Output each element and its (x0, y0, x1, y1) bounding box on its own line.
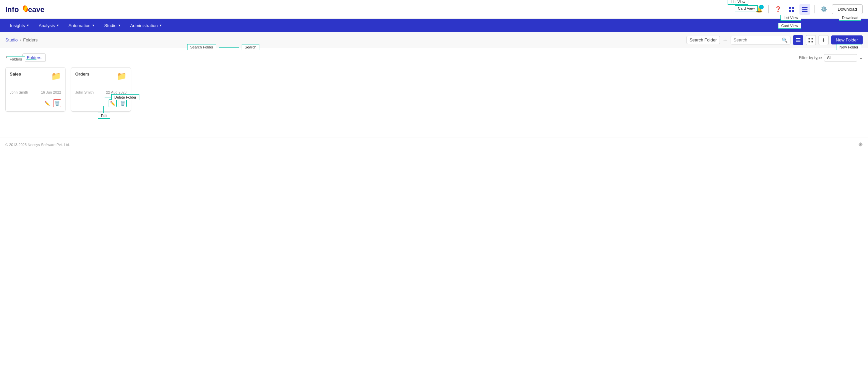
nav-administration-caret: ▼ (159, 24, 162, 27)
svg-rect-10 (802, 11, 807, 12)
svg-rect-5 (792, 7, 794, 9)
breadcrumb-sep: › (20, 37, 21, 42)
folder-card-top-orders: Orders 📁 (75, 71, 127, 81)
delete-folder-orders-button[interactable]: 🗑️ (119, 99, 127, 107)
nav-automation-caret: ▼ (92, 24, 95, 27)
svg-text:Info: Info (5, 5, 19, 14)
filter-right: Filter by type All Sales Orders ⌄ (799, 54, 863, 62)
filter-label: Filter by type (799, 56, 822, 60)
nav-studio[interactable]: Studio ▼ (100, 19, 126, 32)
logo-svg: Info eave (5, 3, 52, 16)
search-icon: 🔍 (782, 37, 787, 43)
folders-tab-bar: Folders Folders Filter by type All Sales… (5, 54, 863, 62)
grid-icon (788, 6, 795, 12)
list-view-annotation: List View (727, 0, 748, 5)
list-icon (796, 38, 801, 42)
nav-administration[interactable]: Administration ▼ (126, 19, 167, 32)
folder-date-orders: 22 Aug 2023 (106, 90, 127, 94)
folder-date-sales: 16 Jun 2022 (41, 90, 61, 94)
svg-text:eave: eave (28, 5, 44, 14)
download-button[interactable]: Download (832, 4, 863, 14)
help-button[interactable]: ❓ (773, 4, 783, 15)
header-divider-2 (814, 5, 814, 13)
nav-automation[interactable]: Automation ▼ (64, 19, 100, 32)
nav-insights-caret: ▼ (26, 24, 29, 27)
svg-rect-14 (808, 38, 810, 39)
card-grid-icon (808, 38, 813, 42)
notification-count: 5 (759, 5, 764, 9)
svg-rect-16 (808, 41, 810, 42)
folder-icon-sales: 📁 (51, 71, 61, 81)
folders-tab[interactable]: Folders (22, 54, 45, 62)
footer-icon: ✳ (858, 142, 863, 148)
nav-insights[interactable]: Insights ▼ (5, 19, 34, 32)
svg-rect-6 (789, 10, 791, 12)
download-toolbar-button[interactable]: ⬇ (818, 35, 829, 45)
svg-rect-17 (811, 41, 813, 42)
card-icon (802, 6, 808, 12)
folder-card-orders[interactable]: Orders 📁 John Smith 22 Aug 2023 ✏️ 🗑️ Ed… (71, 67, 131, 112)
header-divider (768, 5, 769, 13)
edit-annotation: Edit (98, 113, 110, 119)
search-input[interactable] (734, 37, 780, 42)
list-view-toggle[interactable] (793, 35, 803, 45)
page-content: Folders Folders Filter by type All Sales… (0, 48, 868, 117)
svg-rect-8 (802, 7, 807, 8)
folder-name-orders: Orders (75, 71, 90, 76)
folder-owner-sales: John Smith (10, 90, 28, 94)
folder-actions-orders: ✏️ 🗑️ (75, 97, 127, 107)
svg-rect-11 (796, 38, 801, 39)
breadcrumb: Studio › Folders (5, 37, 38, 42)
folder-icon-orders: 📁 (117, 71, 127, 81)
folder-meta-orders: John Smith 22 Aug 2023 (75, 90, 127, 94)
svg-rect-9 (802, 9, 807, 10)
folder-card-top-sales: Sales 📁 (10, 71, 61, 81)
filter-caret: ⌄ (859, 56, 863, 60)
delete-folder-sales-button[interactable]: 🗑️ (53, 99, 61, 107)
card-view-button[interactable] (800, 4, 810, 15)
folder-name-sales: Sales (10, 71, 21, 76)
breadcrumb-right: Search Folder → 🔍 ⬇ New Folder (686, 35, 863, 45)
breadcrumb-bar: Studio › Folders Search Folder → 🔍 (0, 32, 868, 48)
nav-analysis-caret: ▼ (56, 24, 59, 27)
nav-bar: Insights ▼ Analysis ▼ Automation ▼ Studi… (0, 19, 868, 32)
breadcrumb-folders: Folders (23, 37, 37, 42)
download-icon: ⬇ (822, 37, 826, 43)
nav-studio-caret: ▼ (118, 24, 121, 27)
filter-type-select[interactable]: All Sales Orders (824, 54, 857, 62)
edit-folder-orders-button[interactable]: ✏️ (108, 99, 117, 107)
grid-view-button[interactable] (786, 4, 797, 15)
footer-copyright: © 2013-2023 Noesys Software Pvt. Ltd. (5, 143, 70, 147)
search-input-wrap: 🔍 (731, 36, 790, 44)
svg-rect-15 (811, 38, 813, 39)
settings-button[interactable]: ⚙️ (818, 4, 829, 15)
card-view-annotation: Card View (735, 5, 758, 11)
search-folder-label: Search Folder (686, 36, 720, 44)
top-header: Info eave List View Card View 🔔 5 ❓ (0, 0, 868, 19)
svg-rect-13 (796, 41, 801, 42)
folder-meta-sales: John Smith 16 Jun 2022 (10, 90, 61, 94)
breadcrumb-studio[interactable]: Studio (5, 37, 18, 42)
logo: Info eave (5, 3, 52, 16)
folders-label: Folders (5, 55, 20, 60)
footer: © 2013-2023 Noesys Software Pvt. Ltd. ✳ (0, 137, 868, 152)
svg-rect-4 (789, 7, 791, 9)
card-view-toggle[interactable] (806, 35, 816, 45)
svg-rect-7 (792, 10, 794, 12)
search-arrow: → (723, 37, 728, 43)
header-right: List View Card View 🔔 5 ❓ (748, 4, 863, 15)
nav-analysis[interactable]: Analysis ▼ (34, 19, 64, 32)
folder-card-sales[interactable]: Sales 📁 John Smith 16 Jun 2022 ✏️ 🗑️ (5, 67, 65, 112)
folder-actions-sales: ✏️ 🗑️ (10, 97, 61, 107)
new-folder-button[interactable]: New Folder (831, 35, 863, 44)
svg-rect-12 (796, 40, 801, 40)
folders-grid: Sales 📁 John Smith 16 Jun 2022 ✏️ 🗑️ Ord… (5, 67, 863, 112)
folder-owner-orders: John Smith (75, 90, 94, 94)
edit-folder-sales-button[interactable]: ✏️ (43, 99, 51, 107)
